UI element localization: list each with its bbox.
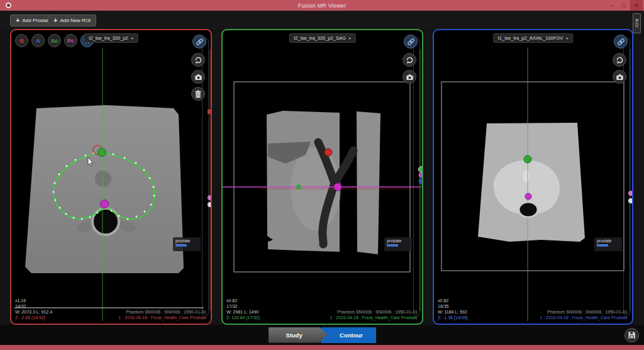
link-icon: [195, 37, 204, 47]
screenshot-button[interactable]: [191, 70, 205, 84]
inner-marker: [95, 171, 111, 187]
roi-legend-bar: [175, 244, 187, 247]
patient-info-overlay: Phantom SN0006 : SN0006 : 1950-01-01 1 :…: [330, 309, 418, 320]
roi-legend-chip[interactable]: prostate: [594, 237, 622, 251]
study-info: 1 : 2016-04-18 : Focal_Health_Care Prost…: [540, 315, 628, 320]
roi-tool-b-label: B: [19, 38, 24, 44]
tab-contour[interactable]: Contour: [321, 327, 376, 343]
viewport-axial-t2[interactable]: B A Ac Pc t2_tse_tra_320_p2 ▾: [10, 29, 212, 325]
sagittal-mr-image[interactable]: [223, 30, 423, 325]
study-info: 1 : 2016-04-18 : Focal_Health_Care Prost…: [330, 315, 418, 320]
roi-legend-label: prostate: [175, 239, 198, 243]
roi-legend-label: prostate: [597, 239, 619, 243]
blue-bead[interactable]: [419, 179, 424, 184]
camera-icon: [406, 73, 414, 81]
reset-view-button[interactable]: [613, 53, 626, 67]
roi-tool-a[interactable]: A: [31, 34, 45, 47]
window-title: Fusion MR Viewer: [0, 3, 644, 9]
window-controls: – □ ✕: [605, 0, 643, 11]
footer-bar: Study Contour: [0, 325, 644, 345]
series-name: t2_tse_tra_320_p2: [89, 35, 128, 41]
study-info: 1 : 2016-04-18 : Focal_Health_Care Prost…: [118, 315, 206, 320]
roi-tool-ac[interactable]: Ac: [48, 34, 61, 47]
image-info-overlay: x0.82 17/32 W: 2981 L: 1490 Z: 132.84 [1…: [226, 298, 260, 320]
phantom-body: [25, 105, 184, 273]
white-bead[interactable]: [628, 198, 633, 203]
viewport-sagittal-t2[interactable]: t2_tse_tra_320_p2_SAG ▾ prostate x0.82 1…: [221, 29, 423, 325]
image-info-overlay: x0.82 16/35 W: 1184 L: 592 Z: -1.36 [16/…: [438, 298, 467, 320]
delete-roi-button[interactable]: [191, 87, 205, 101]
pink-bead[interactable]: [208, 195, 212, 200]
slice-counter: 14/32: [15, 303, 52, 309]
viewport-axial-t1[interactable]: t1_tse_tra_p2_AXIAL_100FOV ▾ prostate x0…: [433, 29, 633, 325]
slice-counter: 17/32: [226, 303, 260, 309]
pink-bead[interactable]: [628, 191, 633, 196]
reset-view-button[interactable]: [191, 53, 205, 67]
reset-view-button[interactable]: [402, 53, 416, 67]
roi-legend-chip[interactable]: prostate: [384, 237, 412, 251]
roi-tool-pc[interactable]: Pc: [64, 34, 77, 47]
green-handle[interactable]: [524, 155, 531, 163]
green-handle[interactable]: [296, 184, 301, 189]
red-slice-marker[interactable]: [208, 110, 212, 114]
link-views-button[interactable]: [614, 35, 628, 48]
series-dropdown[interactable]: t1_tse_tra_p2_AXIAL_100FOV ▾: [493, 33, 573, 43]
zoom-factor: x1.16: [15, 298, 52, 303]
refresh-icon: [194, 56, 203, 64]
minimize-button[interactable]: –: [605, 0, 618, 11]
chevron-down-icon: ▾: [131, 36, 133, 40]
plus-icon: +: [53, 17, 57, 24]
roi-legend-chip[interactable]: prostate: [173, 237, 201, 251]
link-views-button[interactable]: [404, 35, 418, 48]
link-views-button[interactable]: [192, 35, 206, 48]
roi-legend-label: prostate: [387, 239, 409, 243]
roi-legend-bar: [597, 244, 608, 247]
link-icon: [406, 37, 416, 47]
white-bead[interactable]: [208, 202, 212, 207]
window-level: W: 2073.3 L: 912.4: [15, 309, 52, 315]
roi-tool-a-label: A: [36, 38, 40, 44]
tab-study[interactable]: Study: [269, 327, 328, 343]
screenshot-button[interactable]: [402, 70, 416, 84]
green-bead[interactable]: [419, 167, 424, 172]
image-info-overlay: x1.16 14/32 W: 2073.3 L: 912.4 Z: -2.66 …: [15, 298, 52, 320]
magenta-handle[interactable]: [334, 183, 341, 191]
patient-info: Phantom SN0006 : SN0006 : 1950-01-01: [330, 309, 418, 315]
roi-tool-buttons: B A Ac Pc: [15, 34, 94, 47]
phantom-hole: [92, 208, 119, 235]
title-bar: Fusion MR Viewer – □ ✕: [0, 0, 644, 11]
magenta-handle[interactable]: [101, 200, 109, 208]
add-new-roi-label: Add New ROI: [60, 18, 91, 23]
save-button[interactable]: [625, 328, 639, 342]
maximize-button[interactable]: □: [618, 0, 630, 11]
window-level: W: 1184 L: 592: [438, 309, 467, 315]
patient-info-overlay: Phantom SN0006 : SN0006 : 1950-01-01 1 :…: [118, 309, 206, 320]
axial-t1-mr-image[interactable]: [434, 30, 633, 325]
z-position: Z: -1.36 [16/35]: [438, 315, 467, 320]
plus-icon: +: [16, 17, 19, 24]
red-handle[interactable]: [325, 149, 332, 156]
add-prostate-label: Add Prostate: [22, 18, 51, 23]
axial-mr-image[interactable]: [11, 30, 212, 325]
series-dropdown[interactable]: t2_tse_tra_320_p2 ▾: [84, 33, 138, 43]
workflow-steps: Study Contour: [269, 327, 376, 343]
screenshot-button[interactable]: [613, 70, 626, 84]
green-handle[interactable]: [98, 149, 106, 157]
magenta-bead[interactable]: [419, 172, 424, 178]
zoom-factor: x0.82: [226, 298, 260, 303]
chevron-down-icon: ▾: [349, 36, 351, 40]
toolbar: + Add Prostate + Add New ROI: [0, 11, 644, 29]
roi-tool-b[interactable]: B: [15, 34, 28, 47]
roi-tool-ac-label: Ac: [51, 38, 58, 44]
chevron-down-icon: ▾: [566, 36, 568, 40]
magenta-handle[interactable]: [525, 193, 531, 200]
roi-side-tab[interactable]: ROI: [633, 13, 641, 33]
add-new-roi-button[interactable]: + Add New ROI: [48, 14, 96, 26]
series-dropdown[interactable]: t2_tse_tra_320_p2_SAG ▾: [289, 33, 356, 43]
series-name: t1_tse_tra_p2_AXIAL_100FOV: [498, 35, 563, 41]
patient-info: Phantom SN0006 : SN0006 : 1950-01-01: [118, 309, 206, 315]
patient-info: Phantom SN0006 : SN0006 : 1950-01-01: [540, 309, 628, 315]
slab-right: [357, 111, 380, 254]
camera-icon: [616, 73, 624, 81]
close-button[interactable]: ✕: [630, 0, 643, 11]
